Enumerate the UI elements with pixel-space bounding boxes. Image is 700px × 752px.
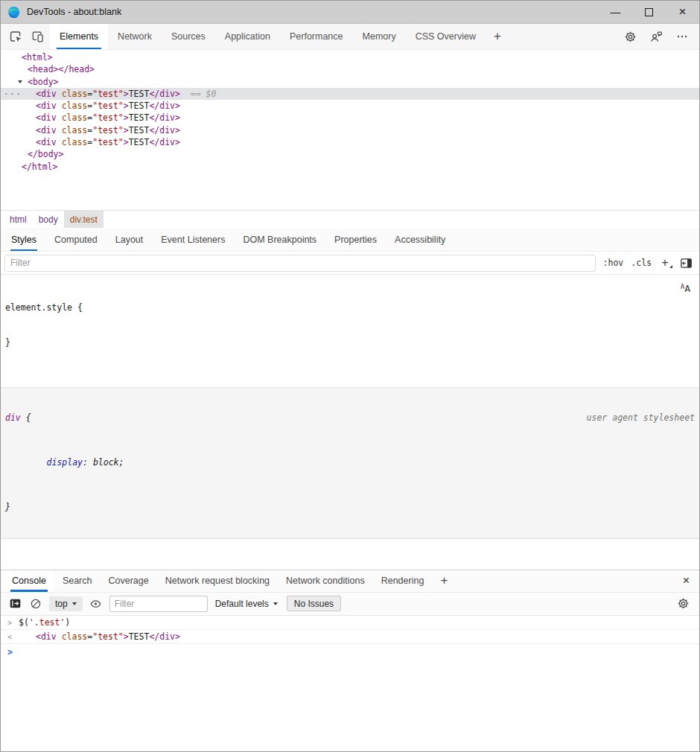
tab-coverage[interactable]: Coverage [100,570,156,592]
issues-counter-badge[interactable]: No Issues [287,596,341,611]
more-tabs-button[interactable]: + [486,24,509,49]
code-token-tag: <div [36,137,57,147]
drawer-tab-strip: ConsoleSearchCoverageNetwork request blo… [1,570,699,593]
inspect-element-icon[interactable] [6,27,25,46]
tab-accessibility[interactable]: Accessibility [386,228,454,251]
tree-row[interactable]: </body> [1,148,699,160]
code-token-plain [57,137,62,147]
code-token-tag: </body> [28,149,63,159]
tab-rendering[interactable]: Rendering [373,570,433,592]
code-token-str: "test" [92,125,124,136]
font-size-icon[interactable]: AA [681,284,690,294]
tree-row[interactable]: </html> [1,161,699,173]
tab-application[interactable]: Application [215,24,280,49]
tab-sources[interactable]: Sources [162,24,215,49]
stylesheet-origin: user agent stylesheet [587,412,695,424]
live-expression-eye-icon[interactable] [89,596,104,611]
tab-network[interactable]: Network [108,24,162,49]
close-button[interactable]: × [666,1,699,23]
code-token-tag: > [124,112,129,123]
code-token-plain: $( [19,617,29,628]
tab-console[interactable]: Console [4,570,54,592]
main-tab-strip: ElementsNetworkSourcesApplicationPerform… [50,24,486,49]
input-chevron-icon: > [7,617,12,628]
code-token-tag: </div> [149,137,180,147]
code-token-str: "test" [92,112,124,123]
computed-sidebar-toggle-icon[interactable] [678,255,693,270]
maximize-icon [645,8,653,16]
tree-row-selected[interactable]: ...<div class="test">TEST</div> == $0 [1,88,699,100]
console-log: >$('.test')<<div class="test">TEST</div>… [1,616,699,651]
chevron-down-icon [72,602,77,605]
code-token-attr: class [62,125,88,136]
breadcrumb: htmlbodydiv.test [1,210,699,228]
breadcrumb-div-test[interactable]: div.test [64,211,104,228]
new-style-rule-button[interactable]: + [659,256,671,270]
console-empty-area[interactable] [1,651,699,752]
tab-computed[interactable]: Computed [45,228,106,251]
code-token-tag: </div> [149,89,180,99]
clear-console-icon[interactable] [28,596,43,611]
feedback-icon[interactable] [646,27,666,46]
code-token-tag: </div> [149,125,180,136]
tree-row[interactable]: <div class="test">TEST</div> [1,124,699,136]
code-token-meta: == $0 [191,89,217,99]
tab-memory[interactable]: Memory [353,24,406,49]
expander-triangle-icon[interactable] [18,80,22,83]
code-token-tag: </div> [149,112,180,123]
code-token-str: "test" [92,137,124,147]
row-adorner-dots[interactable]: ... [4,86,22,98]
console-filter-input[interactable] [109,596,208,612]
tab-properties[interactable]: Properties [325,228,386,251]
code-token-plain [57,631,62,642]
breadcrumb-html[interactable]: html [4,211,33,228]
console-toolbar: top Default levels No Issues [1,593,699,616]
console-message-text: $('.test') [19,617,70,628]
more-menu-icon[interactable] [672,27,692,46]
pseudo-state-toggle[interactable]: :hov [603,258,624,268]
tab-event-listeners[interactable]: Event Listeners [152,228,234,251]
code-token-tag: </div> [149,101,180,111]
drawer-tabs: ConsoleSearchCoverageNetwork request blo… [4,570,432,592]
tab-dom-breakpoints[interactable]: DOM Breakpoints [234,228,325,251]
tree-row[interactable]: <html> [1,51,699,63]
minimize-button[interactable]: — [599,1,632,23]
tab-search[interactable]: Search [54,570,101,592]
close-drawer-button[interactable]: × [683,570,690,592]
styles-filter-bar: :hov .cls + [1,252,699,275]
code-token-str: "test" [92,101,124,111]
breadcrumb-body[interactable]: body [33,211,64,228]
tab-performance[interactable]: Performance [280,24,353,49]
settings-gear-icon[interactable] [620,27,640,46]
tab-styles[interactable]: Styles [2,228,45,251]
console-prompt-row[interactable]: > [1,644,699,651]
window-title: DevTools - about:blank [27,7,121,17]
tree-row[interactable]: <div class="test">TEST</div> [1,112,699,124]
elements-tree: <html><head></head><body>...<div class="… [1,50,699,210]
tab-elements[interactable]: Elements [50,24,108,49]
tab-css-overview[interactable]: CSS Overview [406,24,486,49]
tree-row[interactable]: <div class="test">TEST</div> [1,136,699,148]
code-token-tag: <div [36,89,57,99]
code-token-plain [57,101,62,111]
element-style-open: element.style { [5,302,695,314]
styles-filter-input[interactable] [4,255,596,272]
tree-row[interactable]: <div class="test">TEST</div> [1,100,699,112]
element-style-rule[interactable]: element.style { } AA [1,275,699,388]
tree-row[interactable]: <body> [1,76,699,88]
more-drawer-tools-button[interactable]: + [432,570,456,592]
tab-network-conditions[interactable]: Network conditions [278,570,373,592]
console-sidebar-icon[interactable] [7,596,22,611]
execution-context-selector[interactable]: top [49,596,83,611]
device-toolbar-icon[interactable] [28,27,47,46]
code-token-attr: class [62,101,88,111]
log-levels-dropdown[interactable]: Default levels [215,599,278,609]
tab-network-request-blocking[interactable]: Network request blocking [157,570,278,592]
element-class-toggle[interactable]: .cls [631,258,652,268]
maximize-button[interactable] [632,1,666,23]
tree-row[interactable]: <head></head> [1,63,699,75]
console-settings-gear-icon[interactable] [673,594,693,614]
user-agent-rule[interactable]: div { user agent stylesheet display: blo… [1,388,699,539]
code-token-tag: <div [36,631,57,642]
tab-layout[interactable]: Layout [106,228,153,251]
